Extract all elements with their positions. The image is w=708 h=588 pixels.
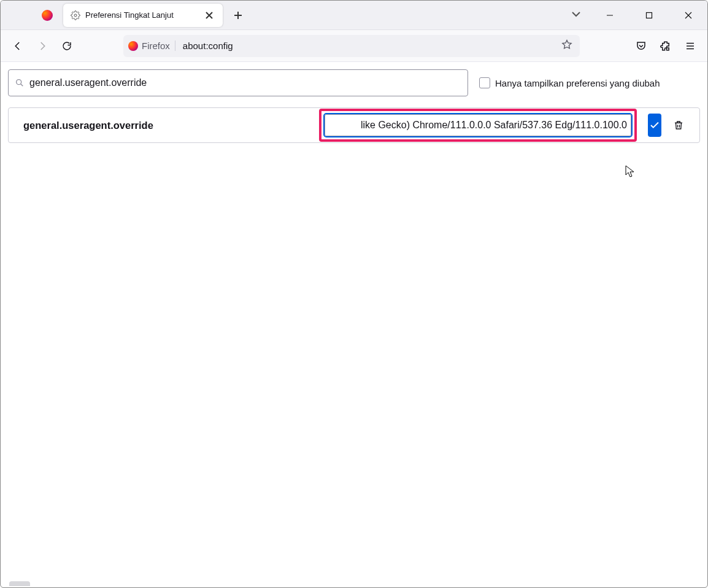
firefox-icon (42, 10, 53, 21)
save-to-pocket-button[interactable] (630, 35, 652, 57)
urlbar-identity: Firefox (142, 41, 175, 51)
svg-point-0 (74, 14, 77, 17)
pref-search-input[interactable] (29, 77, 461, 88)
forward-button[interactable] (31, 35, 53, 57)
pref-value-input[interactable] (325, 114, 631, 136)
search-icon (15, 78, 25, 88)
svg-rect-1 (647, 12, 652, 18)
back-button[interactable] (7, 35, 29, 57)
window-minimize-button[interactable] (596, 3, 624, 28)
aboutconfig-content: Hanya tampilkan preferensi yang diubah g… (1, 62, 707, 150)
tab-title: Preferensi Tingkat Lanjut (85, 10, 198, 20)
tabs-list-button[interactable] (568, 6, 585, 25)
titlebar-right (568, 3, 707, 28)
edit-highlight (319, 109, 637, 142)
pref-row: general.useragent.override (8, 107, 700, 143)
resize-handle[interactable] (9, 581, 30, 586)
navbar: Firefox about:config (1, 30, 707, 62)
pref-search-box[interactable] (8, 69, 468, 96)
pref-save-button[interactable] (648, 114, 661, 137)
svg-point-2 (17, 80, 21, 85)
pref-name: general.useragent.override (23, 120, 312, 131)
extensions-button[interactable] (655, 35, 677, 57)
urlbar[interactable]: Firefox about:config (123, 35, 580, 57)
filter-modified-checkbox[interactable]: Hanya tampilkan preferensi yang diubah (479, 77, 660, 88)
window-maximize-button[interactable] (635, 3, 663, 28)
pinned-tab[interactable] (35, 4, 60, 27)
app-menu-button[interactable] (679, 35, 701, 57)
window-close-button[interactable] (674, 3, 702, 28)
pref-delete-button[interactable] (672, 115, 685, 136)
titlebar: Preferensi Tingkat Lanjut (1, 1, 707, 30)
gear-icon (71, 10, 80, 20)
bookmark-star-button[interactable] (559, 37, 575, 55)
new-tab-button[interactable] (228, 5, 248, 26)
reload-button[interactable] (56, 35, 78, 57)
close-tab-button[interactable] (203, 9, 215, 21)
urlbar-address: about:config (179, 41, 555, 51)
mouse-cursor-icon (625, 165, 636, 180)
checkbox-icon (479, 77, 490, 88)
filter-label: Hanya tampilkan preferensi yang diubah (495, 78, 660, 88)
active-tab[interactable]: Preferensi Tingkat Lanjut (63, 4, 223, 27)
firefox-icon (128, 41, 138, 51)
